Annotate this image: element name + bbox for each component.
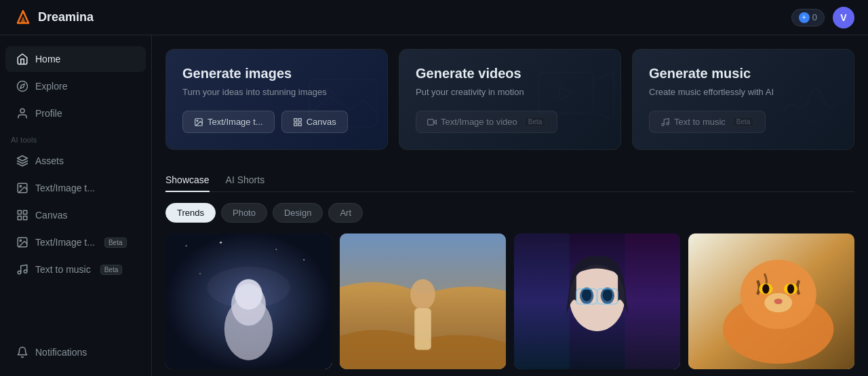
image-4	[688, 233, 854, 369]
svg-rect-18	[294, 118, 296, 121]
svg-rect-45	[514, 233, 570, 369]
avatar[interactable]: V	[833, 7, 854, 29]
svg-rect-26	[539, 73, 593, 113]
svg-marker-5	[18, 156, 28, 162]
sidebar-item-canvas[interactable]: Canvas	[5, 202, 146, 228]
svg-rect-46	[625, 233, 680, 369]
svg-point-28	[662, 123, 665, 126]
bell-icon	[16, 346, 28, 358]
image-2	[340, 233, 506, 369]
filter-art[interactable]: Art	[328, 203, 363, 223]
image-1	[165, 233, 332, 369]
filter-design[interactable]: Design	[273, 203, 323, 223]
generate-music-card: Generate music Create music effortlessly…	[632, 49, 854, 150]
showcase-header: Showcase AI Shorts	[165, 169, 854, 192]
svg-point-4	[20, 109, 24, 113]
credits-badge[interactable]: + 0	[791, 9, 825, 26]
credits-value: 0	[812, 12, 817, 22]
beta-badge-texttomusic: Beta	[100, 265, 123, 275]
svg-point-50	[582, 289, 591, 301]
sidebar-item-texttomusic[interactable]: Text to music Beta	[5, 257, 146, 282]
svg-point-2	[18, 81, 28, 92]
ai-tools-label: AI tools	[0, 128, 151, 147]
card-bg-videos	[532, 50, 620, 149]
image-card-4[interactable]	[688, 233, 854, 369]
layout: Home Explore Profile AI tools Assets T	[0, 35, 868, 376]
text-to-music-button[interactable]: Text to music Beta	[649, 111, 766, 133]
svg-point-33	[186, 245, 187, 246]
svg-point-63	[774, 299, 783, 304]
logo-text: Dreamina	[38, 10, 94, 24]
cards-row: Generate images Turn your ideas into stu…	[165, 49, 854, 150]
svg-point-34	[220, 242, 222, 244]
sidebar-item-notifications[interactable]: Notifications	[5, 339, 146, 365]
filter-trends[interactable]: Trends	[165, 203, 216, 223]
filter-photo[interactable]: Photo	[221, 203, 267, 223]
svg-rect-20	[294, 123, 296, 126]
header-right: + 0 V	[791, 7, 854, 29]
svg-point-14	[18, 271, 21, 274]
image-card-1[interactable]	[165, 233, 332, 369]
svg-rect-25	[428, 119, 434, 124]
svg-point-42	[410, 279, 435, 309]
image-card-3[interactable]	[514, 233, 680, 369]
svg-marker-27	[559, 86, 573, 100]
svg-point-37	[199, 273, 201, 274]
svg-marker-1	[20, 16, 26, 23]
sidebar-item-textimage[interactable]: Text/Image t...	[5, 175, 146, 201]
sidebar-item-textimage2[interactable]: Text/Image t... Beta	[5, 229, 146, 255]
sidebar-item-texttomusic-label: Text to music	[35, 264, 91, 275]
sidebar-item-explore-label: Explore	[35, 81, 67, 92]
image2-icon	[16, 236, 28, 248]
home-icon	[16, 53, 28, 65]
logo-icon	[14, 8, 33, 27]
image-grid	[165, 233, 854, 369]
generate-videos-card: Generate videos Put your creativity in m…	[399, 49, 621, 150]
svg-marker-3	[20, 84, 24, 88]
music-beta-badge: Beta	[732, 117, 755, 127]
svg-point-61	[787, 284, 794, 293]
svg-marker-24	[433, 120, 436, 124]
sidebar-item-notifications-label: Notifications	[35, 347, 87, 358]
svg-point-15	[24, 270, 27, 274]
sidebar-item-home[interactable]: Home	[5, 46, 146, 72]
beta-badge-textimage2: Beta	[104, 238, 127, 248]
user-icon	[16, 107, 28, 119]
logo[interactable]: Dreamina	[14, 8, 94, 27]
tab-ai-shorts[interactable]: AI Shorts	[226, 169, 265, 192]
svg-point-29	[667, 122, 669, 125]
grid-icon	[16, 209, 28, 221]
sidebar-item-assets[interactable]: Assets	[5, 148, 146, 174]
generate-images-card: Generate images Turn your ideas into stu…	[165, 49, 388, 150]
sidebar-item-profile[interactable]: Profile	[5, 100, 146, 126]
sidebar-item-explore[interactable]: Explore	[5, 73, 146, 99]
textimage-button[interactable]: Text/Image t...	[182, 111, 275, 133]
tab-showcase[interactable]: Showcase	[165, 169, 210, 192]
sidebar-item-canvas-label: Canvas	[35, 210, 67, 221]
svg-point-40	[235, 279, 262, 309]
image-card-2[interactable]	[340, 233, 506, 369]
image-icon	[16, 182, 28, 194]
image-3	[514, 233, 680, 369]
main-content: Generate images Turn your ideas into stu…	[152, 35, 868, 376]
filter-row: Trends Photo Design Art	[165, 203, 854, 223]
svg-rect-11	[24, 217, 27, 220]
svg-rect-9	[24, 210, 27, 214]
sidebar-item-assets-label: Assets	[35, 155, 64, 166]
svg-rect-43	[414, 308, 431, 350]
sidebar-item-textimage-label: Text/Image t...	[35, 183, 95, 193]
card-bg-music	[766, 50, 854, 149]
svg-point-35	[275, 248, 277, 250]
svg-point-60	[762, 284, 769, 293]
svg-point-23	[318, 88, 334, 105]
header: Dreamina + 0 V	[0, 0, 868, 35]
svg-rect-8	[18, 210, 21, 214]
credits-icon: +	[799, 12, 810, 23]
svg-point-51	[603, 289, 612, 301]
layers-icon	[16, 155, 28, 167]
music-icon	[16, 263, 28, 276]
svg-point-7	[20, 185, 21, 187]
svg-point-36	[303, 259, 304, 261]
sidebar-item-home-label: Home	[35, 54, 60, 64]
card-bg-images	[299, 50, 387, 149]
